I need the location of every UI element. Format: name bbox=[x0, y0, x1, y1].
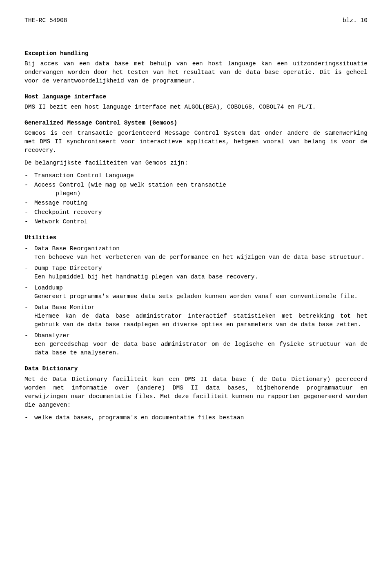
utilities-section: Utilities - Data Base Reorganization Ten… bbox=[24, 234, 368, 357]
gemcos-title: Generalized Message Control System (Gemc… bbox=[24, 119, 368, 127]
list-dash: - bbox=[24, 245, 33, 262]
list-content: Dbanalyzer Een gereedschap voor de data … bbox=[34, 332, 368, 357]
header-left: THE-RC 54908 bbox=[24, 16, 67, 25]
list-item: - Network Control bbox=[24, 218, 368, 226]
list-dash: - bbox=[24, 264, 33, 281]
list-content: Network Control bbox=[34, 218, 368, 226]
host-para1: DMS II bezit een host language interface… bbox=[24, 103, 368, 111]
list-item: - Data Base Monitor Hiermee kan de data … bbox=[24, 303, 368, 329]
page: THE-RC 54908 blz. 10 Exception handling … bbox=[0, 0, 392, 581]
list-content: Message routing bbox=[34, 199, 368, 207]
utility-text: Ten behoeve van het verbeteren van de pe… bbox=[34, 254, 365, 260]
page-header: THE-RC 54908 blz. 10 bbox=[24, 16, 368, 25]
list-dash: - bbox=[24, 199, 33, 207]
list-content: Data Base Reorganization Ten behoeve van… bbox=[34, 245, 368, 262]
gemcos-section: Generalized Message Control System (Gemc… bbox=[24, 119, 368, 226]
utility-label: Dump Tape Directory bbox=[34, 265, 102, 272]
dictionary-para1: Met de Data Dictionary faciliteit kan ee… bbox=[24, 375, 368, 410]
list-content: Dump Tape Directory Een hulpmiddel bij h… bbox=[34, 264, 368, 281]
list-dash: - bbox=[24, 414, 33, 422]
host-title: Host language interface bbox=[24, 93, 368, 101]
list-content: welke data bases, programma's en documen… bbox=[34, 414, 368, 422]
utility-text: Hiermee kan de data base administrator i… bbox=[34, 313, 368, 328]
header-right: blz. 10 bbox=[343, 16, 368, 25]
list-dash: - bbox=[24, 284, 33, 301]
exception-title: Exception handling bbox=[24, 49, 368, 58]
utility-label: Data Base Monitor bbox=[34, 304, 95, 311]
host-section: Host language interface DMS II bezit een… bbox=[24, 93, 368, 111]
dictionary-section: Data Dictionary Met de Data Dictionary f… bbox=[24, 365, 368, 422]
list-content: Access Control (wie mag op welk station … bbox=[34, 181, 368, 198]
list-item: - Dump Tape Directory Een hulpmiddel bij… bbox=[24, 264, 368, 281]
dictionary-title: Data Dictionary bbox=[24, 365, 368, 373]
list-content: Loaddump Genereert programma's waarmee d… bbox=[34, 284, 368, 301]
list-dash: - bbox=[24, 171, 33, 180]
gemcos-intro: De belangrijkste faciliteiten van Gemcos… bbox=[24, 159, 368, 167]
gemcos-para1: Gemcos is een transactie georienteerd Me… bbox=[24, 129, 368, 155]
exception-para1: Bij acces van een data base met behulp v… bbox=[24, 60, 368, 85]
list-dash: - bbox=[24, 218, 33, 226]
list-dash: - bbox=[24, 181, 33, 198]
list-item: - Data Base Reorganization Ten behoeve v… bbox=[24, 245, 368, 262]
list-item: - Access Control (wie mag op welk statio… bbox=[24, 181, 368, 198]
utility-text: Een hulpmiddel bij het handmatig plegen … bbox=[34, 274, 258, 280]
list-item: - welke data bases, programma's en docum… bbox=[24, 414, 368, 422]
list-content: Transaction Control Language bbox=[34, 171, 368, 180]
exception-section: Exception handling Bij acces van een dat… bbox=[24, 49, 368, 85]
list-item: - Dbanalyzer Een gereedschap voor de dat… bbox=[24, 332, 368, 357]
utility-text: Een gereedschap voor de data base admini… bbox=[34, 341, 368, 356]
utility-label: Data Base Reorganization bbox=[34, 245, 120, 252]
list-item: - Message routing bbox=[24, 199, 368, 207]
utilities-list: - Data Base Reorganization Ten behoeve v… bbox=[24, 245, 368, 357]
list-item: - Transaction Control Language bbox=[24, 171, 368, 180]
utility-label: Dbanalyzer bbox=[34, 332, 70, 339]
utilities-title: Utilities bbox=[24, 234, 368, 242]
utility-label: Loaddump bbox=[34, 285, 63, 291]
list-item: - Loaddump Genereert programma's waarmee… bbox=[24, 284, 368, 301]
utility-text: Genereert programma's waarmee data sets … bbox=[34, 293, 358, 300]
list-dash: - bbox=[24, 208, 33, 217]
list-content: Checkpoint recovery bbox=[34, 208, 368, 217]
list-item: - Checkpoint recovery bbox=[24, 208, 368, 217]
gemcos-list: - Transaction Control Language - Access … bbox=[24, 171, 368, 226]
list-dash: - bbox=[24, 332, 33, 357]
list-content: Data Base Monitor Hiermee kan de data ba… bbox=[34, 303, 368, 329]
list-dash: - bbox=[24, 303, 33, 329]
